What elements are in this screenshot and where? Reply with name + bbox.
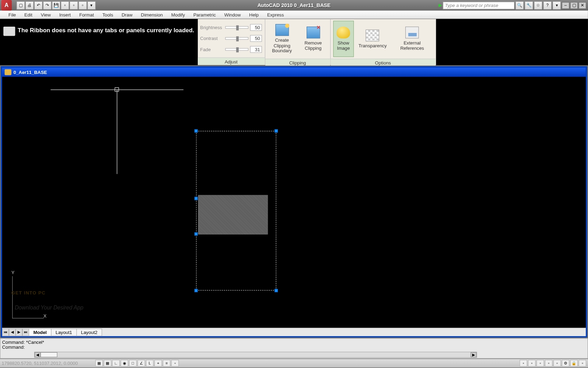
grip[interactable] (195, 197, 198, 200)
help-icon[interactable]: ? (543, 1, 552, 9)
dropdown-icon[interactable]: ▾ (553, 1, 561, 9)
menu-draw[interactable]: Draw (117, 11, 136, 18)
model-space-toggle[interactable]: ▫ (520, 360, 527, 367)
snap-toggle[interactable]: ▦ (95, 360, 103, 367)
tab-nav-prev[interactable]: ◀ (9, 328, 15, 336)
remove-clipping-icon (306, 27, 320, 39)
redo-icon[interactable]: ↷ (43, 1, 51, 9)
menu-dimension[interactable]: Dimension (137, 11, 167, 18)
titlebar: A ▢ 🖨 ↶ ↷ 💾 ▫ ▫ ▫ ▾ AutoCAD 2010 0_Aer11… (0, 0, 588, 11)
dyn-toggle[interactable]: + (154, 360, 162, 367)
selection-frame[interactable] (196, 131, 276, 291)
menu-file[interactable]: File (4, 11, 20, 18)
grid-toggle[interactable]: ▦ (104, 360, 111, 367)
qat-icon[interactable]: ▫ (78, 1, 87, 9)
save-icon[interactable]: 💾 (52, 1, 60, 9)
grip[interactable] (195, 129, 198, 133)
tab-layout2[interactable]: Layout2 (76, 328, 102, 336)
open-icon[interactable]: 🖨 (25, 1, 34, 9)
menu-window[interactable]: Window (220, 11, 245, 18)
new-icon[interactable]: ▢ (16, 1, 25, 9)
doc-icon (5, 69, 11, 75)
infocenter-play-icon[interactable]: ▶ (439, 2, 442, 8)
polar-toggle[interactable]: ◉ (121, 360, 128, 367)
external-references-button[interactable]: External References (391, 21, 433, 57)
command-scrollbar[interactable]: ◀▶ (34, 352, 477, 358)
tab-layout1[interactable]: Layout1 (51, 328, 77, 336)
clean-screen[interactable]: ▫ (579, 360, 586, 367)
brightness-slider[interactable] (225, 26, 248, 28)
fade-slider[interactable] (225, 48, 248, 50)
tab-nav-next[interactable]: ▶ (16, 328, 22, 336)
grip[interactable] (274, 129, 278, 133)
contrast-value[interactable]: 50 (250, 35, 262, 41)
favorite-icon[interactable]: ☆ (534, 1, 542, 9)
ribbon-empty-icon (4, 27, 15, 36)
otrack-toggle[interactable]: ∠ (138, 360, 145, 367)
drawing-canvas[interactable]: Y X GET INTO PC Download Your Desired Ap… (2, 77, 586, 328)
xref-icon (405, 27, 419, 39)
search-input[interactable]: Type a keyword or phrase (443, 1, 514, 9)
annotation-scale[interactable]: ▫ (545, 360, 553, 367)
menu-insert[interactable]: Insert (55, 11, 75, 18)
crosshair-vertical (117, 89, 117, 174)
ribbon: The Ribbon does not have any tabs or pan… (0, 19, 588, 66)
brightness-value[interactable]: 50 (250, 24, 262, 30)
lwt-toggle[interactable]: ≡ (163, 360, 170, 367)
qat-icon[interactable]: ▫ (70, 1, 78, 9)
transparency-button[interactable]: Transparency (356, 21, 389, 57)
menu-express[interactable]: Express (263, 11, 288, 18)
menu-format[interactable]: Format (75, 11, 98, 18)
statusbar: 1798820.5720, 511037.2012, 0.0000 ▦ ▦ ∟ … (0, 359, 588, 367)
menu-edit[interactable]: Edit (20, 11, 37, 18)
qp-toggle[interactable]: ▫ (171, 360, 179, 367)
ducs-toggle[interactable]: L (146, 360, 154, 367)
menu-view[interactable]: View (36, 11, 55, 18)
menu-modify[interactable]: Modify (167, 11, 189, 18)
fade-value[interactable]: 31 (250, 46, 262, 53)
contrast-slider[interactable] (225, 37, 248, 39)
remove-clipping-button[interactable]: Remove Clipping (299, 21, 328, 57)
panel-title-adjust: Adjust (198, 57, 265, 65)
app-logo-icon[interactable]: A (1, 0, 12, 11)
annotation-visibility[interactable]: ▫ (553, 360, 561, 367)
qat-dropdown-icon[interactable]: ▾ (87, 1, 96, 9)
show-image-button[interactable]: Show Image (333, 21, 354, 57)
bulb-icon (337, 27, 350, 39)
command-line[interactable]: Command: *Cancel* Command: ◀▶ (0, 338, 588, 359)
grip[interactable] (195, 232, 198, 236)
menubar: File Edit View Insert Format Tools Draw … (0, 11, 588, 19)
toolbar-lock[interactable]: 🔒 (570, 360, 578, 367)
coordinate-readout[interactable]: 1798820.5720, 511037.2012, 0.0000 (2, 361, 94, 366)
doc-titlebar[interactable]: 0_Aer11_BASE (2, 68, 586, 77)
osnap-toggle[interactable]: □ (129, 360, 137, 367)
menu-parametric[interactable]: Parametric (189, 11, 220, 18)
workspace-switching[interactable]: ⚙ (562, 360, 569, 367)
create-clipping-button[interactable]: Create Clipping Boundary (268, 21, 296, 57)
undo-icon[interactable]: ↶ (34, 1, 43, 9)
tab-model[interactable]: Model (29, 328, 51, 336)
minimize-button[interactable]: – (562, 2, 569, 8)
close-button[interactable]: ✕ (579, 2, 586, 8)
menu-tools[interactable]: Tools (98, 11, 117, 18)
quick-access-toolbar: ▢ 🖨 ↶ ↷ 💾 ▫ ▫ ▫ ▾ (16, 1, 96, 9)
doc-title: 0_Aer11_BASE (14, 70, 47, 75)
key-icon[interactable]: 🔧 (525, 1, 533, 9)
menu-help[interactable]: Help (245, 11, 263, 18)
ortho-toggle[interactable]: ∟ (112, 360, 120, 367)
quickview-drawings[interactable]: ▫ (537, 360, 544, 367)
grip[interactable] (274, 289, 278, 292)
search-icon[interactable]: 🔍 (516, 1, 524, 9)
crosshair-pickbox (115, 87, 119, 91)
tab-nav-last[interactable]: ⏭ (22, 328, 29, 336)
quickview-layouts[interactable]: ▫ (528, 360, 536, 367)
maximize-button[interactable]: ▢ (570, 2, 578, 8)
layout-tabs: ⏮ ◀ ▶ ⏭ Model Layout1 Layout2 (2, 328, 586, 336)
watermark-subtitle: Download Your Desired App (15, 305, 83, 311)
command-prompt[interactable]: Command: (2, 345, 586, 349)
tab-nav-first[interactable]: ⏮ (2, 328, 9, 336)
transparency-icon (366, 29, 379, 41)
ucs-y-label: Y (12, 270, 15, 275)
grip[interactable] (195, 289, 198, 292)
qat-icon[interactable]: ▫ (61, 1, 69, 9)
